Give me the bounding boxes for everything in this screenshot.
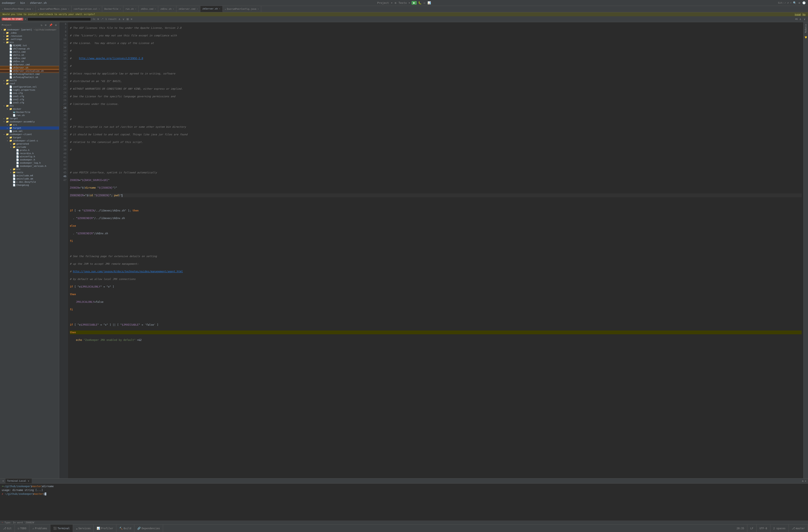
tab-run-sh[interactable]: run.sh × (123, 6, 139, 12)
status-indent[interactable]: 2 spaces (770, 525, 789, 532)
settings-icon[interactable]: ⚙ (798, 1, 801, 5)
tree-zk-assembly[interactable]: ▾ 📁 zookeeper-assembly (0, 120, 59, 123)
tree-tests[interactable]: ▸ 📁 tests (0, 171, 59, 174)
settings-sidebar-icon[interactable]: ⚙ (54, 23, 57, 27)
nav-dependencies[interactable]: 🔗 Dependencies (134, 525, 163, 532)
tree-client-target[interactable]: ▸ 📁 target (0, 136, 59, 139)
tree-pom[interactable]: 📄 pom.xml (0, 130, 59, 133)
tab-terminal[interactable]: Terminal Local ▾ (5, 478, 32, 483)
next-result-button[interactable]: ∨ (122, 17, 125, 21)
tree-cdoc[interactable]: 📄 c-doc.Doxyfile (0, 180, 59, 184)
tree-dev[interactable]: ▾ 📁 dev (0, 104, 59, 108)
tree-zktxn-cmd[interactable]: 📄 zkTxnLogToolkit.cmd (0, 73, 59, 76)
nav-terminal[interactable]: ⬛ Terminal (50, 525, 73, 532)
layout-icon[interactable]: ⚙ (394, 1, 397, 5)
tree-root[interactable]: ▾ 📁 zookeeper [parent] ~/github/zookeepe… (0, 28, 59, 31)
tree-zkcli-sh[interactable]: 📄 zkCli.sh (0, 54, 59, 57)
code-editor[interactable]: 6 7 8 9 10 11 12 13 14 15 16 17 18 19 20… (59, 22, 803, 478)
mybatis-icon[interactable]: MyBatis (804, 23, 807, 34)
tree-build[interactable]: ▸ 📁 build (0, 79, 59, 82)
tab-close-icon-3[interactable]: × (98, 8, 100, 10)
tree-changelog[interactable]: 📄 ChangeLog (0, 184, 59, 187)
tab-configuration[interactable]: configuration.xsl × (72, 6, 103, 12)
filter-button[interactable]: ≡ (130, 17, 133, 21)
nav-services[interactable]: ☁ Services (73, 525, 94, 532)
tab-close-icon-9[interactable]: × (219, 7, 220, 10)
search-icon[interactable]: 🔍 (792, 1, 797, 5)
close-bottom-icon[interactable]: × (805, 479, 806, 482)
add-terminal-icon[interactable]: + (2, 479, 5, 483)
tree-generated[interactable]: ▸ 📁 generated (0, 142, 59, 146)
tree-proto-h[interactable]: 📄 proto.h (0, 149, 59, 152)
scroll-up-button[interactable]: ∧ (799, 17, 802, 21)
nav-build[interactable]: 🔨 Build (116, 525, 134, 532)
tree-docker[interactable]: ▾ 📁 docker (0, 108, 59, 111)
profile-icon[interactable]: 📊 (427, 1, 431, 5)
tab-dockerfile[interactable]: Dockerfile × (102, 6, 123, 12)
notifications-icon[interactable]: 🔔 (804, 35, 807, 40)
tab-quorum-peer-config[interactable]: ☕ QuorumPeerConfig.java × (223, 6, 261, 12)
tree-zkserver-cmd[interactable]: 📄 zkServer.cmd (0, 63, 59, 66)
minimize-icon[interactable]: 🕐 (802, 1, 806, 5)
regex-option[interactable]: .* (100, 18, 104, 20)
code-content[interactable]: # The ASF licenses this file to You unde… (68, 22, 803, 478)
whole-word-option[interactable]: W (97, 18, 99, 20)
tab-zkserver-sh[interactable]: zkServer.sh × (200, 6, 223, 12)
tab-quorum-peer-main[interactable]: ☕ QuorumPeerMain.java × (36, 6, 72, 12)
tree-settings[interactable]: ▸ 📁 .settings (0, 38, 59, 41)
tab-close-icon-2[interactable]: × (68, 8, 69, 10)
expand-icon[interactable]: ▾ (390, 1, 393, 5)
tree-zkenv-cmd[interactable]: 📄 zkEnv.cmd (0, 57, 59, 60)
collapse-icon[interactable]: ≡ (44, 23, 47, 27)
search-close-button[interactable]: × (24, 18, 26, 21)
expand-results-button[interactable]: ⊞ (126, 17, 129, 21)
case-sensitive-option[interactable]: Cc (92, 18, 96, 20)
tab-zkenv-sh[interactable]: zkEnv.sh × (158, 6, 177, 12)
tree-include[interactable]: ▾ 📁 include (0, 146, 59, 149)
tree-assembly-target[interactable]: ▸ 📁 target (0, 127, 59, 130)
nav-problems[interactable]: ⚠ Problems (30, 525, 50, 532)
tree-zoo2-cfg[interactable]: 📄 zoo2.cfg (0, 98, 59, 101)
tree-zkcleanup[interactable]: 📄 zkCleanup.sh (0, 47, 59, 50)
tab-close-icon[interactable]: × (32, 8, 33, 10)
tree-bin[interactable]: ▾ 📁 bin (0, 41, 59, 44)
terminal-dropdown-icon[interactable]: ▾ (27, 479, 30, 483)
tree-zkserver-init[interactable]: 📄 zkServer-initialize.sh (0, 69, 59, 73)
scroll-down-button[interactable]: ∨ (803, 17, 806, 21)
tree-aminclude[interactable]: 📄 aminclude.am (0, 177, 59, 180)
tree-zoo1-cfg[interactable]: 📄 zoo1.cfg (0, 95, 59, 98)
tab-zkserver-cmd[interactable]: zkServer.cmd × (177, 6, 200, 12)
nav-profiler[interactable]: 📊 Profiler (94, 525, 116, 532)
coverage-icon[interactable]: ☑ (423, 1, 426, 5)
tree-recordio-h[interactable]: 📄 recordio.h (0, 152, 59, 155)
tree-winconfig-h[interactable]: 📄 winconfig.h (0, 155, 59, 158)
tree-target[interactable]: ▸ 📁 target (0, 117, 59, 120)
tree-zookeeper-ver-h[interactable]: 📄 zookeeper_version.h (0, 165, 59, 168)
pin-icon[interactable]: 📌 (49, 23, 53, 27)
tab-zkenv-cmd[interactable]: zkEnv.cmd × (139, 6, 158, 12)
tree-zkserver-sh[interactable]: 📄 zkServer.sh (0, 66, 59, 69)
run-config-dropdown[interactable]: Testx ▾ (398, 1, 411, 5)
settings-bottom-icon[interactable]: ⚙ (802, 479, 804, 482)
terminal-content[interactable]: ➜ ~/github/zookeeper ❯ master ❯ dirname … (0, 483, 808, 520)
status-branch[interactable]: ⎇ master (789, 525, 808, 532)
status-encoding[interactable]: UTF-8 (757, 525, 770, 532)
nav-todo[interactable]: ☑ TODO (15, 525, 30, 532)
tree-zookeeper-log-h[interactable]: 📄 zookeeper_log.h (0, 162, 59, 165)
tree-zkenv-sh[interactable]: 📄 zkEnv.sh (0, 60, 59, 63)
tree-zk-client[interactable]: ▾ 📁 zookeeper-client (0, 133, 59, 136)
tree-run-sh[interactable]: 📄 run.sh (0, 114, 59, 117)
tree-client-c[interactable]: ▾ 📁 zookeeper-client-c (0, 139, 59, 142)
debug-icon[interactable]: 🐛 (418, 1, 422, 5)
search-input[interactable] (29, 18, 90, 20)
tab-close-icon-8[interactable]: × (197, 8, 198, 10)
sync-icon[interactable]: ↻ (40, 23, 43, 27)
tree-acinclude[interactable]: 📄 acinclude.m4 (0, 174, 59, 177)
install-button[interactable]: Install (795, 13, 801, 16)
prev-result-button[interactable]: ∧ (118, 17, 121, 21)
tree-config-xsl[interactable]: 📄 configuration.xsl (0, 85, 59, 89)
tree-zoo-cfg[interactable]: 📄 zoo.cfg (0, 92, 59, 95)
tree-conf[interactable]: ▾ 📁 conf (0, 82, 59, 85)
tree-log4j[interactable]: 📄 log4j.properties (0, 89, 59, 92)
tree-zoo3-cfg[interactable]: 📄 zoo3.cfg (0, 101, 59, 104)
